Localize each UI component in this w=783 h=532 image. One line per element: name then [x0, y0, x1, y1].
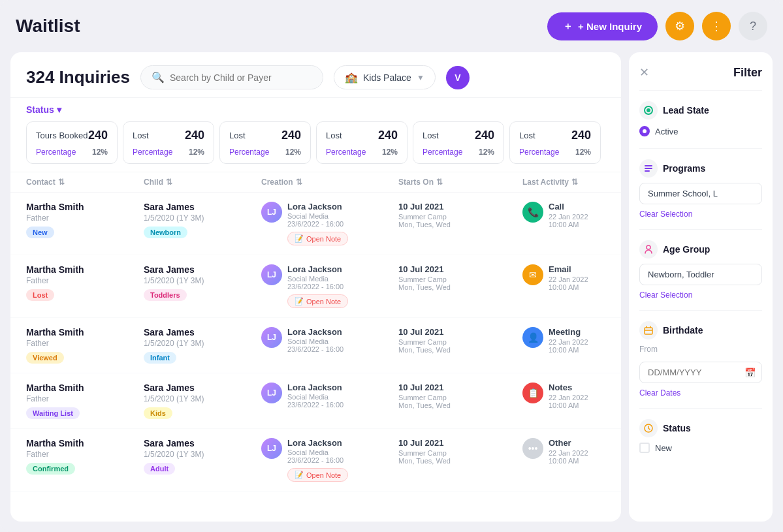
status-cards-container: Tours Booked 240 Percentage 12% Lost 240… [10, 121, 621, 172]
svg-point-1 [647, 108, 650, 112]
location-selector[interactable]: 🏫 Kids Palace ▼ [334, 65, 436, 89]
sort-icon: ⇅ [436, 178, 443, 187]
creator-name: Lora Jackson [287, 264, 398, 274]
divider [639, 90, 762, 91]
status-card-label: Lost [326, 131, 342, 140]
creator-date: 23/6/2022 - 16:00 [287, 220, 398, 228]
svg-rect-2 [645, 165, 652, 166]
activity-icon-email: ✉ [522, 264, 543, 285]
status-filter-label[interactable]: Status ▾ [26, 104, 605, 115]
filter-option-active[interactable]: Active [639, 125, 762, 138]
age-group-clear-selection[interactable]: Clear Selection [639, 290, 762, 300]
percentage-value: 12% [382, 148, 398, 157]
filter-header: ✕ Filter [639, 65, 762, 80]
col-contact[interactable]: Contact ⇅ [26, 178, 144, 187]
child-age-badge: Adult [144, 463, 175, 475]
search-box[interactable]: 🔍 [140, 65, 323, 89]
open-note-button[interactable]: 📝 Open Note [287, 294, 348, 308]
creation-cell: LJ Lora Jackson Social Media 23/6/2022 -… [261, 202, 398, 245]
avatar-initials: V [455, 72, 460, 83]
status-card-count: 240 [475, 129, 494, 142]
status-card-count: 240 [185, 129, 204, 142]
starts-on-cell: 10 Jul 2021 Summer Camp Mon, Tues, Wed [398, 264, 522, 291]
new-inquiry-button[interactable]: ＋ + New Inquiry [547, 12, 658, 40]
child-dob: 1/5/2020 (1Y 3M) [144, 213, 261, 223]
open-note-button[interactable]: 📝 Open Note [287, 468, 348, 482]
child-dob: 1/5/2020 (1Y 3M) [144, 394, 261, 403]
gear-button[interactable]: ⚙ [665, 12, 694, 40]
status-checkbox-new[interactable]: New [639, 443, 762, 453]
col-creation[interactable]: Creation ⇅ [261, 178, 398, 187]
birthdate-icon [639, 321, 658, 339]
divider [639, 408, 762, 409]
header-actions: ＋ + New Inquiry ⚙ ⋮ ? [547, 12, 767, 40]
creator-avatar: LJ [261, 327, 282, 348]
activity-info: Email 22 Jan 2022 10:00 AM [549, 264, 588, 291]
status-card-lost-5[interactable]: Lost 240 Percentage 12% [509, 121, 601, 164]
page-title: Waitlist [16, 16, 80, 37]
creator-date: 23/6/2022 - 16:00 [287, 283, 398, 290]
col-child[interactable]: Child ⇅ [144, 178, 261, 187]
status-card-lost-2[interactable]: Lost 240 Percentage 12% [219, 121, 311, 164]
user-avatar[interactable]: V [446, 66, 470, 89]
activity-time: 10:00 AM [549, 457, 588, 465]
child-age-badge: Infant [144, 352, 176, 364]
creator-channel: Social Media [287, 212, 398, 220]
date-input-wrapper: 📅 [639, 362, 762, 383]
activity-date: 22 Jan 2022 [549, 275, 588, 283]
child-name: Sara James [144, 383, 261, 393]
search-input[interactable] [170, 72, 312, 83]
search-icon: 🔍 [152, 71, 165, 84]
creation-info: Lora Jackson Social Media 23/6/2022 - 16… [287, 264, 398, 308]
creation-info: Lora Jackson Social Media 23/6/2022 - 16… [287, 438, 398, 482]
contact-role: Father [26, 213, 144, 223]
dots-icon: ⋮ [711, 19, 722, 33]
table-row[interactable]: Martha Smith Father Waiting List Sara Ja… [10, 373, 621, 429]
table-row[interactable]: Martha Smith Father Lost Sara James 1/5/… [10, 255, 621, 318]
activity-date: 22 Jan 2022 [549, 338, 588, 346]
percentage-label: Percentage [133, 148, 172, 157]
activity-type: Meeting [549, 327, 588, 337]
programs-clear-selection[interactable]: Clear Selection [639, 210, 762, 219]
age-group-input[interactable] [639, 264, 762, 285]
status-card-count: 240 [281, 129, 301, 142]
status-card-lost-4[interactable]: Lost 240 Percentage 12% [413, 121, 504, 164]
activity-date: 22 Jan 2022 [549, 449, 588, 457]
more-options-button[interactable]: ⋮ [702, 12, 731, 40]
creation-cell: LJ Lora Jackson Social Media 23/6/2022 -… [261, 264, 398, 308]
creator-name: Lora Jackson [287, 327, 398, 337]
status-card-lost-3[interactable]: Lost 240 Percentage 12% [316, 121, 407, 164]
contact-name: Martha Smith [26, 202, 144, 212]
radio-active[interactable] [639, 126, 650, 136]
lead-state-label: Lead State [663, 105, 709, 116]
clear-dates-button[interactable]: Clear Dates [639, 388, 762, 398]
activity-cell: 📋 Notes 22 Jan 2022 10:00 AM [522, 383, 621, 409]
table-body: Martha Smith Father New Sara James 1/5/2… [10, 193, 621, 522]
help-button[interactable]: ? [739, 12, 767, 40]
table-row[interactable]: Martha Smith Father Viewed Sara James 1/… [10, 318, 621, 373]
contact-cell: Martha Smith Father Confirmed [26, 438, 144, 475]
close-filter-button[interactable]: ✕ [639, 65, 649, 80]
starts-days: Mon, Tues, Wed [398, 221, 522, 228]
programs-label: Programs [663, 163, 705, 174]
checkbox-new[interactable] [639, 443, 650, 453]
activity-cell: 👤 Meeting 22 Jan 2022 10:00 AM [522, 327, 621, 354]
table-row[interactable]: Martha Smith Father New Sara James 1/5/2… [10, 193, 621, 255]
activity-cell: 📞 Call 22 Jan 2022 10:00 AM [522, 202, 621, 228]
creator-name: Lora Jackson [287, 383, 398, 392]
child-cell: Sara James 1/5/2020 (1Y 3M) Toddlers [144, 264, 261, 301]
open-note-button[interactable]: 📝 Open Note [287, 232, 348, 245]
programs-input[interactable] [639, 183, 762, 204]
table-row[interactable]: Martha Smith Father Confirmed Sara James… [10, 429, 621, 492]
status-card-lost-1[interactable]: Lost 240 Percentage 12% [123, 121, 214, 164]
child-age-badge: Newborn [144, 227, 187, 238]
col-last-activity[interactable]: Last Activity ⇅ [522, 178, 621, 187]
activity-time: 10:00 AM [549, 221, 588, 228]
filter-section-programs: Programs Clear Selection [639, 159, 762, 219]
birthdate-from-input[interactable] [639, 362, 762, 383]
percentage-label: Percentage [36, 148, 76, 157]
col-starts-on[interactable]: Starts On ⇅ [398, 178, 522, 187]
creation-info: Lora Jackson Social Media 23/6/2022 - 16… [287, 202, 398, 245]
status-card-tours-booked[interactable]: Tours Booked 240 Percentage 12% [26, 121, 118, 164]
child-name: Sara James [144, 438, 261, 448]
